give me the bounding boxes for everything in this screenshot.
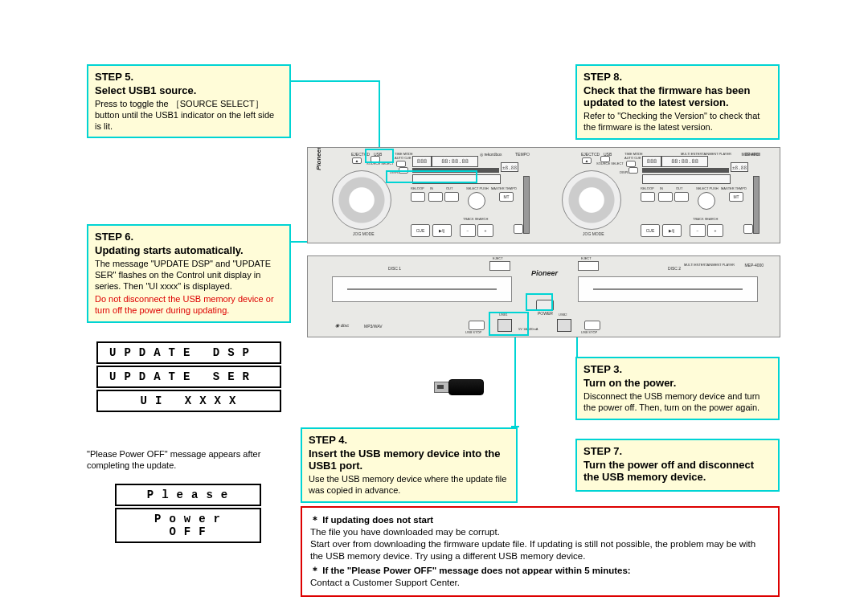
warn-b1: The file you have downloaded may be corr… xyxy=(310,526,770,538)
left-play-btn[interactable]: ▶/∥ xyxy=(432,224,452,237)
usb2-port[interactable] xyxy=(557,319,571,332)
right-out-btn[interactable] xyxy=(674,192,689,202)
disc2-eject-btn[interactable] xyxy=(578,261,599,271)
warning-box: ＊ If updating does not start The file yo… xyxy=(301,506,780,597)
warn-b2: Start over from downloading the firmware… xyxy=(310,538,770,562)
disc1-slot[interactable] xyxy=(332,276,512,302)
right-jogmode-label: JOG MODE xyxy=(583,231,604,236)
disc2-eject-label: EJECT xyxy=(581,256,592,260)
left-prev-btn[interactable]: − xyxy=(460,224,476,237)
left-jogmode-label: JOG MODE xyxy=(353,231,375,236)
right-next-btn[interactable]: + xyxy=(707,224,723,237)
display-please: Please xyxy=(115,484,261,506)
warn-h2: ＊ If the "Please Power OFF" message does… xyxy=(310,565,770,577)
step6-box: STEP 6. Updating starts automatically. T… xyxy=(87,224,291,323)
annot-display xyxy=(386,170,477,183)
left-selectpush: SELECT PUSH xyxy=(466,186,489,190)
disc2-slot[interactable] xyxy=(578,276,758,302)
right-tempo-range[interactable] xyxy=(743,224,753,234)
warn-b3: Contact a Customer Support Center. xyxy=(310,577,770,589)
step6-heading: Updating starts automatically. xyxy=(95,244,283,256)
right-eject-btn[interactable]: ▲ xyxy=(582,157,592,164)
step4-box: STEP 4. Insert the USB memory device int… xyxy=(301,427,518,503)
annot-source-select xyxy=(365,149,394,163)
step3-heading: Turn on the power. xyxy=(583,377,772,389)
right-tracksearch: TRACK SEARCH xyxy=(693,217,718,221)
right-tempo-label: TEMPO xyxy=(745,152,760,157)
model-drive-text: MULTI ENTERTAINMENT PLAYER xyxy=(684,263,735,267)
right-seg-time: 88:88.88 xyxy=(661,156,708,167)
cd-logo: ◉ disc xyxy=(335,322,349,328)
right-cue-btn[interactable]: CUE xyxy=(641,224,660,237)
brand-logo: Pioneer xyxy=(315,147,322,170)
left-jog-wheel[interactable] xyxy=(332,170,391,230)
right-timemode-btn[interactable] xyxy=(626,161,636,167)
step3-box: STEP 3. Turn on the power. Disconnect th… xyxy=(575,357,780,420)
left-eject-btn[interactable]: ▲ xyxy=(352,157,362,164)
step3-body: Disconnect the USB memory device and tur… xyxy=(583,391,772,414)
usb-memory-device xyxy=(434,378,482,397)
left-in-label: IN xyxy=(430,186,433,190)
left-timemode-btn[interactable] xyxy=(396,161,406,167)
right-out-label: OUT xyxy=(676,186,682,190)
page-root: STEP 5. Select USB1 source. Press to tog… xyxy=(0,0,868,613)
step5-num: STEP 5. xyxy=(95,71,283,83)
usb2-label: USB2 xyxy=(559,313,567,317)
right-display-btn[interactable] xyxy=(628,167,638,174)
disc1-eject-btn[interactable] xyxy=(489,261,510,271)
warn-h1: ＊ If updating does not start xyxy=(310,514,770,526)
right-mt-btn[interactable]: MT xyxy=(729,192,743,202)
left-rotary[interactable] xyxy=(468,192,485,210)
model-drive-label: MEP-4000 xyxy=(744,263,764,268)
right-tempo-slider[interactable] xyxy=(753,176,760,234)
usbstop2-btn[interactable] xyxy=(584,321,600,330)
callout-5v xyxy=(379,80,380,149)
left-seg-time: 88:88.88 xyxy=(432,156,478,167)
right-selectpush: SELECT PUSH xyxy=(696,186,719,190)
right-in-btn[interactable] xyxy=(658,192,673,202)
right-in-label: IN xyxy=(660,186,663,190)
step8-body: Refer to "Checking the Version" to check… xyxy=(583,111,772,133)
left-cue-btn[interactable]: CUE xyxy=(411,224,430,237)
right-rotary[interactable] xyxy=(698,192,715,210)
left-out-btn[interactable] xyxy=(444,192,459,202)
left-reloop-label: RELOOP xyxy=(411,186,424,190)
step7-num: STEP 7. xyxy=(583,445,772,457)
step6-notes: "Please Power OFF" message appears after… xyxy=(87,448,291,472)
right-src-btn[interactable] xyxy=(600,156,610,162)
left-seg-tempo: ±8.88 xyxy=(501,162,518,172)
display-ui-xxxx: UI XXXX xyxy=(96,390,281,412)
left-seg-track: 888 xyxy=(412,156,432,167)
callout-4h xyxy=(511,426,519,427)
step8-num: STEP 8. xyxy=(583,71,772,83)
left-tempo-slider[interactable] xyxy=(523,176,530,234)
right-play-btn[interactable]: ▶/∥ xyxy=(662,224,682,237)
right-reloop-btn[interactable] xyxy=(641,192,655,202)
step3-num: STEP 3. xyxy=(583,363,772,375)
right-eject-label: EJECT xyxy=(581,152,594,157)
right-jog-wheel[interactable] xyxy=(562,170,621,230)
left-in-btn[interactable] xyxy=(428,192,443,202)
left-mt-btn[interactable]: MT xyxy=(499,192,514,202)
right-prev-btn[interactable]: − xyxy=(690,224,706,237)
display-update-dsp: UPDATE DSP xyxy=(96,341,281,364)
mp3-label: MP3/WAV xyxy=(364,324,383,329)
left-eject-label: EJECT xyxy=(351,152,364,157)
step6-warning: Do not disconnect the USB memory device … xyxy=(95,294,283,317)
left-reloop-btn[interactable] xyxy=(411,192,425,202)
usbstop1-label: USB STOP xyxy=(465,330,481,334)
left-next-btn[interactable]: + xyxy=(477,224,493,237)
step4-heading: Insert the USB memory device into the US… xyxy=(309,447,510,472)
left-mt-label: MASTER TEMPO xyxy=(491,186,517,190)
brand-logo-drive: Pioneer xyxy=(531,269,558,277)
power-label: POWER xyxy=(538,311,553,316)
usbstop1-btn[interactable] xyxy=(469,321,485,330)
display-poweroff: Power OFF xyxy=(115,508,261,543)
step4-num: STEP 4. xyxy=(309,434,510,446)
step4-body: Use the USB memory device where the upda… xyxy=(309,474,510,497)
left-tempo-label: TEMPO xyxy=(515,152,530,157)
annot-power xyxy=(526,293,553,311)
left-autocue: AUTO CUE xyxy=(395,156,411,160)
left-tempo-range[interactable] xyxy=(514,224,523,234)
step5-box: STEP 5. Select USB1 source. Press to tog… xyxy=(87,64,291,138)
